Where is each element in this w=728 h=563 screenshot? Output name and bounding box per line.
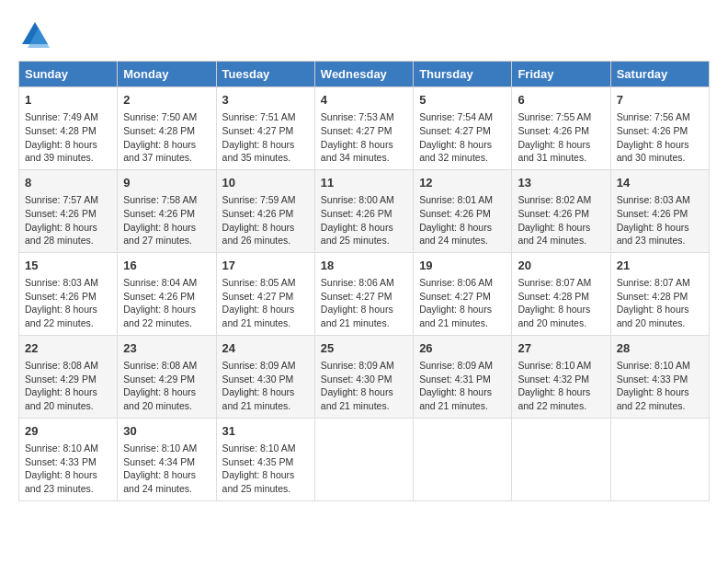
calendar-week-row: 29Sunrise: 8:10 AMSunset: 4:33 PMDayligh… (19, 418, 710, 500)
page-header (18, 18, 710, 52)
day-number: 24 (222, 340, 309, 357)
day-number: 14 (617, 175, 703, 191)
day-info: Sunrise: 7:57 AMSunset: 4:26 PMDaylight:… (25, 193, 111, 247)
calendar-cell: 25Sunrise: 8:09 AMSunset: 4:30 PMDayligh… (314, 335, 413, 418)
calendar-cell: 11Sunrise: 8:00 AMSunset: 4:26 PMDayligh… (314, 169, 413, 252)
day-number: 2 (123, 92, 210, 109)
calendar-cell: 1Sunrise: 7:49 AMSunset: 4:28 PMDaylight… (19, 87, 118, 170)
day-info: Sunrise: 8:00 AMSunset: 4:26 PMDaylight:… (321, 193, 407, 247)
calendar-cell: 8Sunrise: 7:57 AMSunset: 4:26 PMDaylight… (19, 169, 118, 252)
calendar-cell: 6Sunrise: 7:55 AMSunset: 4:26 PMDaylight… (512, 87, 610, 170)
day-number: 26 (419, 340, 506, 357)
day-info: Sunrise: 8:10 AMSunset: 4:33 PMDaylight:… (617, 359, 703, 413)
column-header-thursday: Thursday (414, 62, 512, 87)
day-info: Sunrise: 7:50 AMSunset: 4:28 PMDaylight:… (123, 110, 210, 165)
day-number: 12 (419, 175, 506, 191)
day-number: 16 (123, 258, 210, 274)
day-number: 3 (222, 92, 309, 109)
calendar-cell: 18Sunrise: 8:06 AMSunset: 4:27 PMDayligh… (314, 252, 413, 335)
day-info: Sunrise: 8:07 AMSunset: 4:28 PMDaylight:… (518, 276, 604, 330)
day-number: 25 (321, 340, 407, 357)
calendar-week-row: 1Sunrise: 7:49 AMSunset: 4:28 PMDaylight… (19, 87, 710, 170)
calendar-cell: 27Sunrise: 8:10 AMSunset: 4:32 PMDayligh… (512, 335, 610, 418)
day-info: Sunrise: 7:59 AMSunset: 4:26 PMDaylight:… (222, 193, 309, 247)
day-info: Sunrise: 7:54 AMSunset: 4:27 PMDaylight:… (419, 110, 506, 165)
day-number: 10 (222, 175, 309, 191)
calendar-cell: 16Sunrise: 8:04 AMSunset: 4:26 PMDayligh… (118, 252, 216, 335)
calendar-cell: 31Sunrise: 8:10 AMSunset: 4:35 PMDayligh… (216, 418, 314, 500)
day-number: 23 (123, 340, 210, 357)
day-number: 18 (321, 258, 407, 274)
calendar-cell: 26Sunrise: 8:09 AMSunset: 4:31 PMDayligh… (414, 335, 512, 418)
calendar-week-row: 15Sunrise: 8:03 AMSunset: 4:26 PMDayligh… (19, 252, 710, 335)
column-header-monday: Monday (118, 62, 216, 87)
day-info: Sunrise: 8:06 AMSunset: 4:27 PMDaylight:… (419, 276, 506, 330)
day-info: Sunrise: 7:56 AMSunset: 4:26 PMDaylight:… (617, 110, 703, 165)
calendar-cell: 12Sunrise: 8:01 AMSunset: 4:26 PMDayligh… (414, 169, 512, 252)
calendar-cell: 5Sunrise: 7:54 AMSunset: 4:27 PMDaylight… (414, 87, 512, 170)
day-info: Sunrise: 8:08 AMSunset: 4:29 PMDaylight:… (25, 359, 111, 413)
column-header-tuesday: Tuesday (216, 62, 314, 87)
day-number: 27 (518, 340, 604, 357)
day-number: 4 (321, 92, 407, 109)
day-number: 31 (222, 423, 309, 440)
column-header-sunday: Sunday (19, 62, 118, 87)
day-info: Sunrise: 8:01 AMSunset: 4:26 PMDaylight:… (419, 193, 506, 247)
day-info: Sunrise: 8:09 AMSunset: 4:30 PMDaylight:… (321, 359, 407, 413)
day-info: Sunrise: 8:05 AMSunset: 4:27 PMDaylight:… (222, 276, 309, 330)
day-number: 1 (25, 92, 111, 109)
calendar-cell: 30Sunrise: 8:10 AMSunset: 4:34 PMDayligh… (118, 418, 216, 500)
day-info: Sunrise: 7:55 AMSunset: 4:26 PMDaylight:… (518, 110, 604, 165)
day-number: 6 (518, 92, 604, 109)
calendar-cell: 23Sunrise: 8:08 AMSunset: 4:29 PMDayligh… (118, 335, 216, 418)
calendar-cell: 9Sunrise: 7:58 AMSunset: 4:26 PMDaylight… (118, 169, 216, 252)
calendar-cell: 22Sunrise: 8:08 AMSunset: 4:29 PMDayligh… (19, 335, 118, 418)
day-info: Sunrise: 7:51 AMSunset: 4:27 PMDaylight:… (222, 110, 309, 165)
calendar-cell: 20Sunrise: 8:07 AMSunset: 4:28 PMDayligh… (512, 252, 610, 335)
day-info: Sunrise: 8:07 AMSunset: 4:28 PMDaylight:… (617, 276, 703, 330)
day-info: Sunrise: 7:49 AMSunset: 4:28 PMDaylight:… (25, 110, 111, 165)
day-number: 8 (25, 175, 111, 191)
day-number: 17 (222, 258, 309, 274)
calendar-cell: 7Sunrise: 7:56 AMSunset: 4:26 PMDaylight… (610, 87, 709, 170)
calendar-week-row: 8Sunrise: 7:57 AMSunset: 4:26 PMDaylight… (19, 169, 710, 252)
calendar-header-row: SundayMondayTuesdayWednesdayThursdayFrid… (19, 62, 710, 87)
column-header-friday: Friday (512, 62, 610, 87)
day-info: Sunrise: 8:04 AMSunset: 4:26 PMDaylight:… (123, 276, 210, 330)
calendar-cell: 10Sunrise: 7:59 AMSunset: 4:26 PMDayligh… (216, 169, 314, 252)
calendar-cell: 2Sunrise: 7:50 AMSunset: 4:28 PMDaylight… (118, 87, 216, 170)
calendar-cell (414, 418, 512, 500)
day-info: Sunrise: 8:10 AMSunset: 4:34 PMDaylight:… (123, 442, 210, 496)
column-header-saturday: Saturday (610, 62, 709, 87)
day-info: Sunrise: 8:08 AMSunset: 4:29 PMDaylight:… (123, 359, 210, 413)
day-info: Sunrise: 8:10 AMSunset: 4:32 PMDaylight:… (518, 359, 604, 413)
day-number: 20 (518, 258, 604, 274)
day-info: Sunrise: 8:03 AMSunset: 4:26 PMDaylight:… (25, 276, 111, 330)
day-info: Sunrise: 7:53 AMSunset: 4:27 PMDaylight:… (321, 110, 407, 165)
day-number: 22 (25, 340, 111, 357)
column-header-wednesday: Wednesday (314, 62, 413, 87)
day-info: Sunrise: 8:09 AMSunset: 4:30 PMDaylight:… (222, 359, 309, 413)
day-number: 19 (419, 258, 506, 274)
day-info: Sunrise: 8:06 AMSunset: 4:27 PMDaylight:… (321, 276, 407, 330)
calendar-cell (314, 418, 413, 500)
day-number: 13 (518, 175, 604, 191)
logo (18, 18, 55, 52)
day-info: Sunrise: 8:10 AMSunset: 4:33 PMDaylight:… (25, 442, 111, 496)
calendar-cell: 21Sunrise: 8:07 AMSunset: 4:28 PMDayligh… (610, 252, 709, 335)
calendar-week-row: 22Sunrise: 8:08 AMSunset: 4:29 PMDayligh… (19, 335, 710, 418)
day-number: 5 (419, 92, 506, 109)
day-number: 11 (321, 175, 407, 191)
calendar-cell (512, 418, 610, 500)
calendar-cell (610, 418, 709, 500)
day-number: 30 (123, 423, 210, 440)
day-number: 28 (617, 340, 703, 357)
calendar-cell: 3Sunrise: 7:51 AMSunset: 4:27 PMDaylight… (216, 87, 314, 170)
day-info: Sunrise: 8:03 AMSunset: 4:26 PMDaylight:… (617, 193, 703, 247)
calendar-cell: 29Sunrise: 8:10 AMSunset: 4:33 PMDayligh… (19, 418, 118, 500)
day-info: Sunrise: 7:58 AMSunset: 4:26 PMDaylight:… (123, 193, 210, 247)
calendar-cell: 13Sunrise: 8:02 AMSunset: 4:26 PMDayligh… (512, 169, 610, 252)
day-info: Sunrise: 8:02 AMSunset: 4:26 PMDaylight:… (518, 193, 604, 247)
calendar-cell: 14Sunrise: 8:03 AMSunset: 4:26 PMDayligh… (610, 169, 709, 252)
logo-icon (18, 18, 51, 52)
